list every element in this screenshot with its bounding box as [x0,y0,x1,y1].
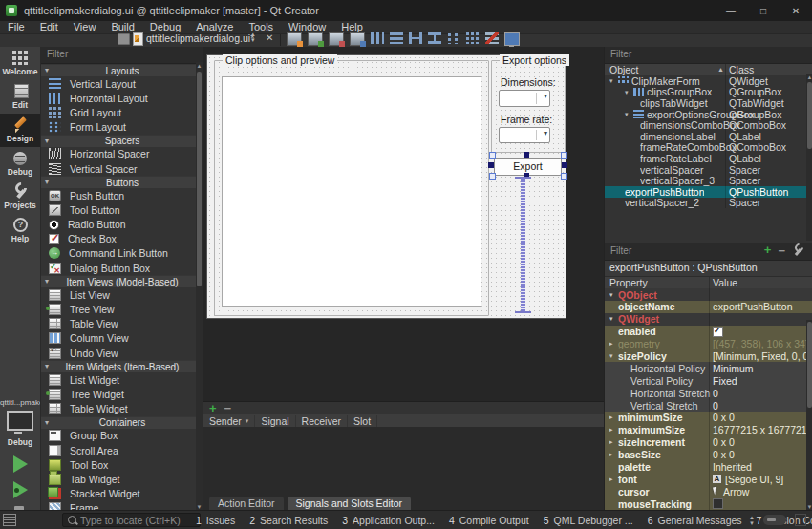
designed-form[interactable]: Clip options and preview Export options … [206,54,566,319]
layout-grid-icon[interactable] [466,32,480,44]
object-tree-row[interactable]: verticalSpacer_3 Spacer [605,175,812,186]
property-row[interactable]: geometry [(457, 358), 106 x 34] [605,338,812,350]
menu-item[interactable]: File [0,21,32,33]
widget-item[interactable]: Form Layout [41,120,203,135]
widget-section-header[interactable]: Buttons [41,176,203,188]
expander-icon[interactable] [609,412,618,423]
remove-connection-icon[interactable]: − [224,403,232,413]
widget-item[interactable]: Vertical Layout [41,76,203,91]
output-pane-button[interactable]: 3 Application Outp... [342,515,435,526]
adjust-size-icon[interactable] [504,32,520,46]
property-value[interactable]: Arrow [723,486,749,497]
widget-item[interactable]: Push Button [41,188,203,202]
selection-handle[interactable] [561,173,567,180]
connections-table-body[interactable] [203,427,604,496]
collapse-icon[interactable] [45,177,49,188]
property-row[interactable]: enabled [605,326,812,338]
expander-icon[interactable] [609,474,618,485]
add-connection-icon[interactable]: + [209,403,217,414]
expander-icon[interactable] [609,424,618,435]
property-row[interactable]: mouseTracking [605,497,812,510]
widget-item[interactable]: Horizontal Layout [41,91,203,105]
widget-section-header[interactable]: Layouts [41,64,203,76]
object-tree-row[interactable]: exportOptionsGroupBox QGroupBox [605,109,812,120]
mode-button[interactable]: Debug [0,147,40,180]
object-filter-input[interactable]: Filter [605,47,812,64]
widget-item[interactable]: Table View [41,317,203,331]
object-tree-row[interactable]: ClipMakerForm QWidget [605,75,812,87]
property-value[interactable]: [Minimum, Fixed, 0, 0] [713,350,811,362]
layout-splitter-horizontal-icon[interactable] [409,32,422,44]
property-editor-scrollbar[interactable]: ▼ [806,320,812,511]
object-tree-row[interactable]: dimensionsComboBox QComboBox [605,119,812,131]
scroll-up-icon[interactable]: ▲ [196,62,203,70]
property-value[interactable]: Inherited [713,461,752,473]
property-row[interactable]: minimumSize 0 x 0 [605,412,812,424]
property-row[interactable]: Horizontal Policy Minimum [605,362,812,374]
expander-icon[interactable] [609,338,618,349]
menu-item[interactable]: Edit [32,21,66,33]
mode-button[interactable]: Welcome [0,47,40,80]
property-row[interactable]: Horizontal Stretch 0 [605,387,812,399]
property-row[interactable]: objectName exportPushButton [605,301,812,313]
property-row[interactable]: sizePolicy [Minimum, Fixed, 0, 0] [605,350,812,363]
break-layout-icon[interactable] [485,32,499,44]
property-value[interactable]: 0 x 0 [713,449,735,460]
widget-item[interactable]: Table Widget [41,402,203,416]
selection-handle[interactable] [489,173,496,180]
widget-item[interactable]: Grid Layout [41,105,203,119]
clips-group-box[interactable]: Clip options and preview [214,60,489,316]
layout-splitter-vertical-icon[interactable] [428,32,441,44]
object-tree-row[interactable]: verticalSpacer Spacer [605,164,812,176]
widget-item[interactable]: Command Link Button [41,246,203,261]
property-value[interactable]: 0 x 0 [713,436,735,448]
property-row[interactable]: maximumSize 16777215 x 16777215 [605,424,812,436]
edit-buddies-icon[interactable] [329,32,344,46]
mode-button[interactable]: Design [0,114,40,147]
output-pane-button[interactable]: 6 General Messages [648,515,742,526]
widgetbox-scrollbar[interactable]: ▲ ▼ [196,62,203,511]
collapse-icon[interactable] [45,417,49,429]
object-tree-scrollbar[interactable]: ▲ [806,74,812,241]
object-tree-row[interactable]: frameRateComboBox QComboBox [605,142,812,154]
widget-item[interactable]: Tree View [41,302,203,316]
object-tree-row[interactable]: clipsTabWidget QTabWidget [605,97,812,109]
widget-item[interactable]: Vertical Spacer [41,161,203,176]
connection-column-header[interactable]: Signal ▾ [255,415,295,427]
property-row[interactable]: Vertical Stretch 0 [605,399,812,412]
property-value[interactable]: Fixed [713,375,737,387]
object-tree-row[interactable]: frameRateLabel QLabel [605,153,812,164]
property-value[interactable]: Minimum [713,363,754,374]
widget-item[interactable]: Dialog Button Box [41,261,203,275]
widget-item[interactable]: Tree Widget [41,387,203,401]
widget-item[interactable]: Radio Button [41,218,203,232]
widget-item[interactable]: Column View [41,331,203,346]
mode-button[interactable]: Help [0,214,40,247]
remove-dynamic-property-icon[interactable]: − [778,245,785,256]
collapse-icon[interactable] [45,136,49,147]
widget-item[interactable]: List Widget [41,372,203,387]
widget-item[interactable]: List View [41,287,203,302]
expander-icon[interactable] [609,449,618,460]
collapse-icon[interactable] [45,361,49,372]
output-pane-button[interactable]: 4 Compile Output [449,515,529,526]
debug-run-button[interactable] [13,481,28,498]
value-column-header[interactable]: Value [713,277,737,288]
edit-signals-slots-icon[interactable] [308,32,323,46]
property-row[interactable]: QObject [605,288,812,301]
expander-icon[interactable] [609,289,618,301]
property-value[interactable]: 0 [713,400,718,412]
widget-item[interactable]: Horizontal Spacer [41,147,203,161]
property-value[interactable]: [(457, 358), 106 x 34] [713,338,808,349]
mode-button[interactable]: Projects [0,180,40,214]
expander-icon[interactable] [609,436,618,448]
widget-filter-input[interactable]: Filter [41,47,203,64]
layout-form-icon[interactable] [447,32,460,44]
property-row[interactable]: Vertical Policy Fixed [605,374,812,387]
clips-tab-widget[interactable] [222,76,481,307]
widget-section-header[interactable]: Spacers [41,135,203,147]
selection-handle[interactable] [561,152,567,159]
widget-item[interactable]: Tool Button [41,202,203,217]
connection-column-header[interactable]: Slot ▾ [348,415,377,427]
layout-horizontally-icon[interactable] [371,32,384,44]
